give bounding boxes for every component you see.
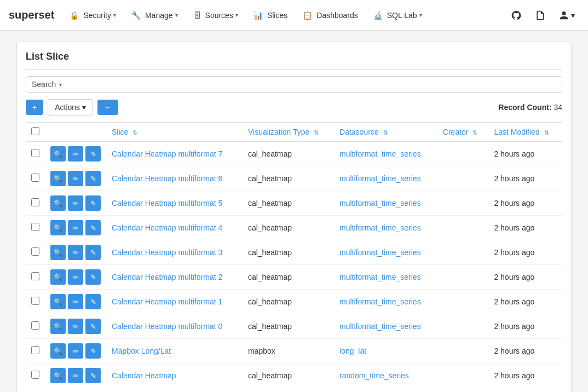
edit-button[interactable]: ✏ — [68, 294, 83, 309]
nav-sqllab[interactable]: 🔬 SQL Lab ▾ — [367, 0, 429, 31]
preview-button[interactable]: 🔍 — [50, 195, 66, 211]
row-slice-name: Calendar Heatmap multiformat 3 — [106, 240, 243, 265]
delete-button[interactable]: ✎ — [85, 368, 101, 383]
row-last-modified: 2 hours ago — [488, 191, 562, 216]
preview-button[interactable]: 🔍 — [50, 294, 66, 309]
sqllab-caret-icon: ▾ — [419, 12, 422, 18]
slice-name-link[interactable]: Calendar Heatmap multiformat 5 — [112, 199, 222, 207]
datasource-sort-icon: ⇅ — [383, 129, 388, 136]
row-checkbox[interactable] — [31, 346, 39, 354]
datasource-link[interactable]: long_lat — [339, 347, 366, 355]
edit-button[interactable]: ✏ — [68, 368, 83, 383]
datasource-link[interactable]: multiformat_time_series — [339, 174, 421, 183]
row-checkbox[interactable] — [31, 223, 39, 231]
slice-name-link[interactable]: Mapbox Long/Lat — [112, 347, 171, 355]
delete-button[interactable]: ✎ — [85, 319, 101, 334]
github-button[interactable] — [506, 5, 526, 25]
header-slice[interactable]: Slice ⇅ — [106, 123, 243, 142]
edit-button[interactable]: ✏ — [68, 146, 83, 162]
edit-button[interactable]: ✏ — [68, 319, 83, 334]
nav-sources[interactable]: 🗄 Sources ▾ — [187, 0, 245, 31]
nav-slices[interactable]: 📊 Slices — [247, 0, 294, 31]
nav-manage[interactable]: 🔧 Manage ▾ — [125, 0, 185, 31]
header-viz-type[interactable]: Visualization Type ⇅ — [243, 123, 334, 142]
row-checkbox[interactable] — [31, 247, 39, 256]
delete-button[interactable]: ✎ — [85, 294, 101, 309]
back-button[interactable]: ← — [97, 100, 118, 115]
row-checkbox[interactable] — [31, 272, 39, 280]
datasource-link[interactable]: multiformat_time_series — [339, 199, 421, 207]
row-checkbox-cell — [26, 216, 45, 240]
preview-button[interactable]: 🔍 — [50, 343, 66, 359]
edit-button[interactable]: ✏ — [68, 343, 83, 359]
slice-name-link[interactable]: Calendar Heatmap multiformat 6 — [112, 174, 222, 183]
slice-name-link[interactable]: Calendar Heatmap multiformat 4 — [112, 223, 222, 232]
row-checkbox[interactable] — [31, 371, 39, 379]
nav-security[interactable]: 🔒 Security ▾ — [63, 0, 123, 31]
delete-button[interactable]: ✎ — [85, 343, 101, 359]
manage-icon: 🔧 — [131, 11, 141, 20]
edit-button[interactable]: ✏ — [68, 171, 83, 186]
row-checkbox[interactable] — [31, 174, 39, 182]
preview-button[interactable]: 🔍 — [50, 368, 66, 383]
delete-button[interactable]: ✎ — [85, 171, 101, 186]
user-menu-button[interactable]: ▾ — [555, 8, 579, 22]
datasource-link[interactable]: multiformat_time_series — [339, 297, 421, 306]
datasource-link[interactable]: multiformat_time_series — [339, 273, 421, 281]
preview-button[interactable]: 🔍 — [50, 245, 66, 260]
preview-button[interactable]: 🔍 — [50, 269, 66, 285]
brand-logo[interactable]: superset — [9, 9, 54, 21]
datasource-link[interactable]: random_time_series — [339, 371, 409, 380]
row-creator — [437, 314, 489, 339]
row-checkbox-cell — [26, 240, 45, 265]
delete-button[interactable]: ✎ — [85, 195, 101, 211]
slice-name-link[interactable]: Calendar Heatmap multiformat 2 — [112, 273, 222, 281]
slice-name-link[interactable]: Calendar Heatmap — [112, 371, 176, 380]
row-viz-type: cal_heatmap — [243, 240, 334, 265]
datasource-link[interactable]: multiformat_time_series — [339, 248, 421, 257]
preview-button[interactable]: 🔍 — [50, 220, 66, 235]
preview-button[interactable]: 🔍 — [50, 146, 66, 162]
edit-button[interactable]: ✏ — [68, 195, 83, 211]
row-checkbox[interactable] — [31, 149, 39, 157]
delete-button[interactable]: ✎ — [85, 220, 101, 235]
header-datasource[interactable]: Datasource ⇅ — [334, 123, 437, 142]
header-last-modified[interactable]: Last Modified ⇅ — [488, 123, 562, 142]
table-row: 🔍✏✎Calendar Heatmap multiformat 2cal_hea… — [26, 265, 562, 290]
datasource-link[interactable]: multiformat_time_series — [339, 149, 421, 158]
row-checkbox[interactable] — [31, 297, 39, 305]
nav-dashboards[interactable]: 📋 Dashboards — [296, 0, 365, 31]
datasource-link[interactable]: multiformat_time_series — [339, 223, 421, 232]
table-row: 🔍✏✎Calendar Heatmap multiformat 1cal_hea… — [26, 290, 562, 314]
row-last-modified: 2 hours ago — [488, 339, 562, 364]
header-creator[interactable]: Creator ⇅ — [437, 123, 489, 142]
delete-button[interactable]: ✎ — [85, 269, 101, 285]
delete-button[interactable]: ✎ — [85, 146, 101, 162]
datasource-link[interactable]: multiformat_time_series — [339, 322, 421, 331]
row-actions: 🔍✏✎ — [50, 368, 101, 383]
slices-table: Slice ⇅ Visualization Type ⇅ Datasource … — [26, 122, 562, 392]
preview-button[interactable]: 🔍 — [50, 171, 66, 186]
slice-name-link[interactable]: Calendar Heatmap multiformat 3 — [112, 248, 222, 257]
creator-sort-icon: ⇅ — [472, 129, 477, 136]
search-bar[interactable]: Search ▾ — [26, 76, 562, 93]
slice-name-link[interactable]: Calendar Heatmap multiformat 7 — [112, 149, 222, 158]
slice-name-link[interactable]: Calendar Heatmap multiformat 0 — [112, 322, 222, 331]
edit-button[interactable]: ✏ — [68, 245, 83, 260]
delete-button[interactable]: ✎ — [85, 245, 101, 260]
edit-button[interactable]: ✏ — [68, 220, 83, 235]
edit-button[interactable]: ✏ — [68, 269, 83, 285]
docs-button[interactable] — [531, 5, 550, 25]
select-all-checkbox[interactable] — [31, 127, 39, 135]
row-checkbox[interactable] — [31, 198, 39, 206]
preview-button[interactable]: 🔍 — [50, 319, 66, 334]
row-viz-type: cal_heatmap — [243, 364, 334, 388]
actions-button[interactable]: Actions ▾ — [48, 99, 93, 116]
row-last-modified: 2 hours ago — [488, 364, 562, 388]
row-checkbox-cell — [26, 364, 45, 388]
add-button[interactable]: + — [26, 100, 43, 115]
row-checkbox[interactable] — [31, 321, 39, 330]
slice-name-link[interactable]: Calendar Heatmap multiformat 1 — [112, 297, 222, 306]
row-datasource: multiformat_time_series — [334, 166, 437, 191]
security-icon: 🔒 — [70, 11, 79, 20]
